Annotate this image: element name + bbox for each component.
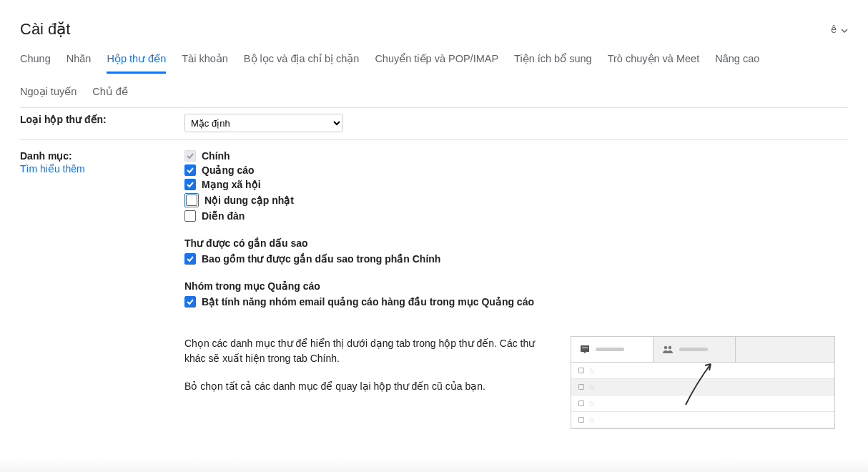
svg-point-2 bbox=[669, 345, 671, 348]
starred-heading: Thư được có gắn dấu sao bbox=[184, 237, 848, 249]
categories-label: Danh mục: bbox=[20, 150, 72, 162]
tab-h-p-th-n[interactable]: Hộp thư đến bbox=[107, 53, 166, 74]
checkbox-include-starred[interactable] bbox=[184, 253, 196, 265]
checkbox-enable-bundling[interactable] bbox=[184, 296, 196, 308]
tab-b-l-c-v-a-ch-b-ch-n[interactable]: Bộ lọc và địa chỉ bị chặn bbox=[244, 53, 360, 73]
categories-description-1: Chọn các danh mục thư để hiển thị dưới d… bbox=[184, 336, 542, 366]
checkbox-category-m-ng-x-h-i[interactable] bbox=[184, 179, 196, 190]
page-title: Cài đặt bbox=[20, 20, 70, 39]
input-tools-label: ê bbox=[831, 24, 837, 35]
chevron-down-icon bbox=[841, 24, 848, 35]
tab-tr-chuy-n-v-meet[interactable]: Trò chuyện và Meet bbox=[608, 53, 700, 73]
category-label-ch-nh: Chính bbox=[202, 150, 230, 162]
inbox-tabs-diagram: ☆ ☆ ☆ ☆ bbox=[571, 336, 835, 429]
checkbox-category-ch-nh bbox=[184, 150, 196, 162]
tab-nh-n[interactable]: Nhãn bbox=[66, 53, 92, 73]
category-label-qu-ng-c-o: Quảng cáo bbox=[202, 164, 255, 176]
inbox-icon bbox=[580, 345, 590, 355]
include-starred-label: Bao gồm thư được gắn dấu sao trong phần … bbox=[202, 253, 440, 265]
category-label-n-i-dung-c-p-nh-t: Nội dung cập nhật bbox=[204, 195, 294, 206]
tab-ch-[interactable]: Chủ đề bbox=[92, 86, 128, 97]
input-tools-button[interactable]: ê bbox=[831, 24, 848, 35]
tab-ti-n-ch-b-sung[interactable]: Tiện ích bổ sung bbox=[514, 53, 592, 73]
tab-chung[interactable]: Chung bbox=[20, 53, 51, 73]
checkbox-category-di-n-n[interactable] bbox=[184, 210, 196, 222]
tab-ngo-i-tuy-n[interactable]: Ngoại tuyến bbox=[20, 86, 77, 97]
checkbox-category-n-i-dung-c-p-nh-t[interactable] bbox=[186, 195, 197, 206]
tab-n-ng-cao[interactable]: Nâng cao bbox=[715, 53, 759, 73]
svg-rect-0 bbox=[582, 348, 588, 348]
svg-point-1 bbox=[664, 345, 667, 348]
tab-chuy-n-ti-p-v-pop-imap[interactable]: Chuyển tiếp và POP/IMAP bbox=[375, 53, 498, 73]
category-label-di-n-n: Diễn đàn bbox=[202, 210, 245, 222]
people-icon bbox=[662, 345, 674, 355]
inbox-type-label: Loại hộp thư đến: bbox=[20, 114, 107, 125]
categories-description-2: Bỏ chọn tất cả các danh mục để quay lại … bbox=[184, 379, 542, 394]
tab-t-i-kho-n[interactable]: Tài khoản bbox=[182, 53, 228, 73]
bundling-heading: Nhóm trong mục Quảng cáo bbox=[184, 280, 848, 292]
learn-more-link[interactable]: Tìm hiểu thêm bbox=[20, 163, 184, 174]
inbox-type-select[interactable]: Mặc định bbox=[184, 114, 343, 132]
enable-bundling-label: Bật tính năng nhóm email quảng cáo hàng … bbox=[202, 296, 534, 308]
category-label-m-ng-x-h-i: Mạng xã hội bbox=[202, 179, 261, 190]
checkbox-category-qu-ng-c-o[interactable] bbox=[184, 164, 196, 176]
